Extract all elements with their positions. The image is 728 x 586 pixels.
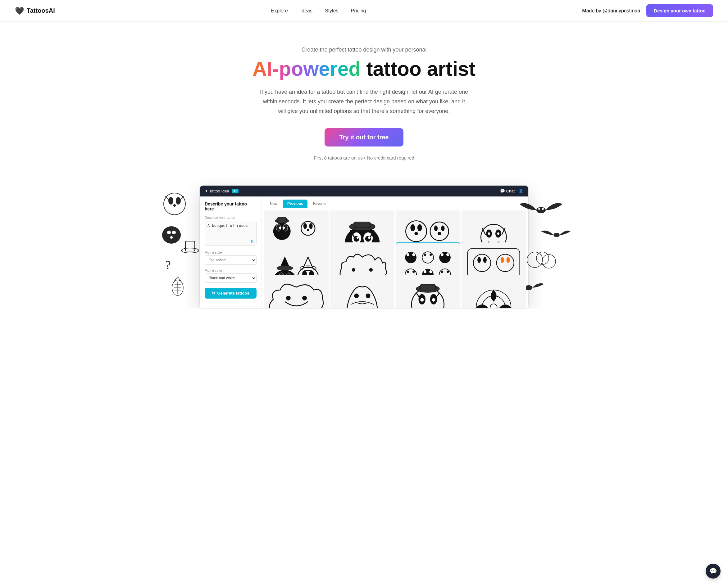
svg-point-8 <box>181 248 199 253</box>
svg-point-85 <box>369 268 373 272</box>
svg-point-84 <box>352 268 355 272</box>
nav-pricing[interactable]: Pricing <box>351 8 366 14</box>
svg-point-79 <box>277 266 293 270</box>
svg-point-93 <box>441 253 444 256</box>
svg-rect-128 <box>420 284 435 290</box>
hero-title-gradient: AI-powered <box>252 58 360 80</box>
svg-point-16 <box>536 207 546 213</box>
app-window: ✦ Tattoo Idea AI 💬 Chat 👤 Describe your … <box>199 185 529 309</box>
svg-point-119 <box>354 294 359 298</box>
svg-point-94 <box>446 253 449 256</box>
hero-cta-button[interactable]: Try it out for free <box>325 128 404 146</box>
svg-point-53 <box>410 224 415 231</box>
hero-description: If you have an idea for a tattoo but can… <box>258 87 470 116</box>
svg-point-87 <box>406 253 409 256</box>
hero-section: Create the perfect tattoo design with yo… <box>224 22 504 173</box>
logo-icon: 🖤 <box>15 6 24 15</box>
made-by-text: Made by @dannypostmaa <box>582 8 640 14</box>
svg-point-55 <box>415 232 418 235</box>
svg-point-4 <box>162 226 181 244</box>
hero-subtitle: Create the perfect tattoo design with yo… <box>230 47 498 53</box>
svg-point-110 <box>506 257 510 263</box>
svg-point-91 <box>429 253 432 256</box>
nav-explore[interactable]: Explore <box>271 8 288 14</box>
svg-point-5 <box>167 231 171 234</box>
svg-point-34 <box>307 229 309 231</box>
svg-point-108 <box>497 254 514 272</box>
navbar: 🖤 TattoosAI Explore Ideas Styles Pricing… <box>0 0 728 22</box>
svg-point-96 <box>407 270 409 272</box>
svg-point-120 <box>366 294 370 298</box>
svg-point-52 <box>406 221 427 241</box>
app-body: Describe your tattoo here Describe your … <box>200 196 528 308</box>
svg-point-83 <box>300 266 316 270</box>
svg-point-31 <box>301 221 315 235</box>
grid-item-9[interactable] <box>264 275 329 308</box>
svg-point-89 <box>422 252 433 263</box>
svg-point-106 <box>477 257 481 263</box>
tab-previous[interactable]: Previous <box>283 199 307 208</box>
grid-item-11[interactable] <box>396 275 460 308</box>
svg-rect-9 <box>185 241 195 251</box>
svg-point-33 <box>309 223 313 229</box>
svg-point-20 <box>527 252 543 268</box>
svg-point-58 <box>441 225 445 231</box>
svg-point-97 <box>412 270 415 272</box>
svg-point-92 <box>439 252 451 263</box>
svg-point-103 <box>447 270 449 272</box>
svg-point-48 <box>356 236 359 238</box>
hero-note: First 8 tattoos are on us • No credit ca… <box>230 155 498 160</box>
svg-point-3 <box>173 204 176 207</box>
svg-point-17 <box>538 208 540 210</box>
logo-link[interactable]: 🖤 TattoosAI <box>15 6 55 15</box>
svg-point-86 <box>405 252 417 263</box>
nav-right: Made by @dannypostmaa Design your own ta… <box>582 4 713 17</box>
nav-links: Explore Ideas Styles Pricing <box>271 8 366 14</box>
svg-point-105 <box>473 254 491 272</box>
textarea-wrap: A bouquet of roses ↻ <box>205 221 256 247</box>
svg-point-117 <box>286 296 291 300</box>
app-tabs: New Previous Favorite <box>262 196 528 208</box>
tab-favorite[interactable]: Favorite <box>309 199 331 208</box>
svg-point-2 <box>176 197 181 205</box>
screenshot-section: ? ✦ Tattoo Ide <box>193 185 535 309</box>
svg-point-70 <box>497 232 499 234</box>
app-titlebar: ✦ Tattoo Idea AI 💬 Chat 👤 <box>200 186 528 196</box>
hero-title-rest: tattoo artist <box>360 58 476 80</box>
svg-rect-51 <box>354 222 370 228</box>
svg-point-19 <box>553 233 560 237</box>
svg-point-1 <box>168 197 173 205</box>
svg-point-0 <box>164 193 185 215</box>
nav-ideas[interactable]: Ideas <box>300 8 312 14</box>
svg-point-132 <box>490 304 497 308</box>
svg-point-59 <box>437 232 441 235</box>
svg-point-99 <box>424 270 426 273</box>
app-main: New Previous Favorite <box>262 196 528 308</box>
grid-item-12[interactable] <box>461 275 526 308</box>
svg-text:?: ? <box>165 258 171 272</box>
logo-text: TattoosAI <box>27 7 55 14</box>
svg-point-100 <box>429 270 432 273</box>
side-art-left: ? <box>156 185 218 309</box>
app-grid: Download sheet Favorite <box>262 208 528 308</box>
svg-point-23 <box>525 285 532 290</box>
hero-title: AI-powered tattoo artist <box>230 58 498 80</box>
svg-point-69 <box>488 232 490 234</box>
nav-cta-button[interactable]: Design your own tattoo <box>646 4 713 17</box>
titlebar-badge: AI <box>232 189 239 193</box>
svg-point-54 <box>418 224 422 231</box>
svg-point-90 <box>424 253 426 256</box>
generate-label: Generate tattoos <box>217 291 249 295</box>
svg-point-6 <box>172 231 176 234</box>
grid-item-10[interactable] <box>330 275 395 308</box>
svg-point-107 <box>483 257 487 263</box>
svg-point-32 <box>303 223 307 229</box>
svg-point-27 <box>279 227 281 229</box>
refresh-icon[interactable]: ↻ <box>251 239 255 245</box>
svg-rect-30 <box>277 217 287 222</box>
nav-styles[interactable]: Styles <box>325 8 338 14</box>
tab-new[interactable]: New <box>266 199 282 208</box>
describe-input[interactable]: A bouquet of roses <box>205 221 256 245</box>
svg-point-24 <box>273 222 291 240</box>
svg-point-118 <box>302 296 307 300</box>
